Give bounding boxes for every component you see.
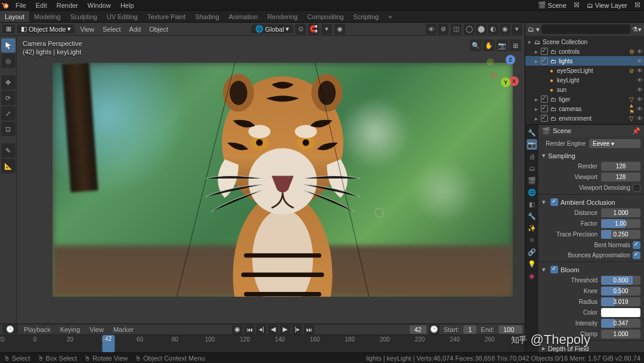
shading-render[interactable]: ◉ bbox=[500, 24, 510, 35]
tab-modeling[interactable]: Modeling bbox=[29, 11, 66, 22]
start-frame-field[interactable]: 1 bbox=[463, 325, 476, 334]
xray-toggle[interactable]: ◫ bbox=[451, 24, 462, 35]
collection-checkbox[interactable] bbox=[541, 96, 548, 103]
keyframe-prev-button[interactable]: ◂| bbox=[256, 325, 267, 334]
outliner-search-input[interactable] bbox=[541, 24, 630, 34]
tab-scripting[interactable]: Scripting bbox=[348, 11, 383, 22]
autokey-toggle[interactable]: ◉ bbox=[232, 325, 243, 334]
ao-factor-field[interactable]: 1.00 bbox=[601, 219, 640, 228]
tool-measure[interactable]: 📐 bbox=[1, 159, 16, 173]
tool-cursor[interactable]: ◎ bbox=[1, 54, 16, 68]
outliner-row[interactable]: ▸🗀tiger▽👁 bbox=[525, 94, 644, 104]
panel-dof[interactable]: ▸Depth of Field bbox=[542, 342, 640, 352]
eye-icon[interactable]: 👁 bbox=[636, 96, 644, 103]
orientation-dropdown[interactable]: 🌐 Global ▾ bbox=[252, 24, 293, 33]
tab-compositing[interactable]: Compositing bbox=[302, 11, 348, 22]
tl-menu-view[interactable]: View bbox=[86, 326, 107, 333]
outliner-row[interactable]: ▸🗀lights👁 bbox=[525, 56, 644, 66]
outliner-tree[interactable]: ▾🗂Scene Collection▸🗀controls⚙👁▸🗀lights👁●… bbox=[525, 36, 644, 124]
eye-icon[interactable]: 👁 bbox=[636, 115, 644, 122]
viewport-samples-field[interactable]: 128 bbox=[601, 173, 640, 182]
shading-wire[interactable]: ◯ bbox=[464, 24, 475, 35]
outliner-row[interactable]: ●sun👁 bbox=[525, 85, 644, 94]
prop-tab-material[interactable]: ◉ bbox=[527, 270, 537, 281]
prop-tab-viewlayer[interactable]: 🗂 bbox=[527, 163, 537, 174]
prop-tab-modifier[interactable]: 🔧 bbox=[527, 211, 537, 222]
viewlayer-new-button[interactable]: ☒ bbox=[631, 1, 644, 9]
scene-selector[interactable]: 🎬 Scene bbox=[534, 1, 570, 9]
shading-dropdown[interactable]: ▾ bbox=[512, 24, 522, 35]
ao-distance-field[interactable]: 1.000 bbox=[601, 208, 640, 217]
preview-range-toggle[interactable]: 🕑 bbox=[429, 325, 439, 334]
bloom-knee-field[interactable]: 0.500 bbox=[601, 287, 640, 296]
outliner-display-dropdown[interactable]: ▾ bbox=[536, 26, 540, 33]
tab-layout[interactable]: Layout bbox=[0, 11, 29, 22]
tl-menu-keying[interactable]: Keying bbox=[57, 326, 84, 333]
play-reverse-button[interactable]: ◀ bbox=[268, 325, 278, 334]
ao-enable-checkbox[interactable] bbox=[550, 198, 558, 206]
pan-button[interactable]: ✋ bbox=[483, 39, 495, 51]
camera-toggle-button[interactable]: 📷 bbox=[496, 39, 508, 51]
vh-menu-object[interactable]: Object bbox=[146, 26, 171, 33]
tab-animation[interactable]: Animation bbox=[224, 11, 263, 22]
prop-tab-data[interactable]: 💡 bbox=[527, 259, 537, 269]
perspective-toggle-button[interactable]: ⊞ bbox=[509, 39, 521, 51]
tab-uv-editing[interactable]: UV Editing bbox=[102, 11, 143, 22]
collection-checkbox[interactable] bbox=[541, 105, 548, 112]
prop-tab-tool[interactable]: 🔧 bbox=[527, 127, 537, 138]
axis-neg-x[interactable] bbox=[490, 72, 497, 79]
collection-checkbox[interactable] bbox=[541, 57, 548, 64]
tool-move[interactable]: ✥ bbox=[1, 75, 16, 90]
panel-ao[interactable]: ▾Ambient Occlusion bbox=[542, 196, 640, 207]
scene-new-button[interactable]: ☒ bbox=[570, 1, 583, 9]
outliner-type-icon[interactable]: 🗂 bbox=[528, 26, 534, 33]
outliner-row-root[interactable]: ▾🗂Scene Collection bbox=[525, 37, 644, 47]
collection-checkbox[interactable] bbox=[541, 48, 548, 55]
jump-start-button[interactable]: ⏮ bbox=[244, 325, 255, 334]
vh-menu-add[interactable]: Add bbox=[126, 26, 144, 33]
render-samples-field[interactable]: 128 bbox=[601, 162, 640, 171]
tool-rotate[interactable]: ⟳ bbox=[1, 91, 16, 105]
mode-dropdown[interactable]: ◧ Object Mode ▾ bbox=[17, 24, 75, 33]
shading-lookdev[interactable]: ◐ bbox=[488, 24, 499, 35]
panel-sampling[interactable]: ▾Sampling bbox=[542, 149, 640, 161]
bloom-radius-field[interactable]: 3.019 bbox=[601, 297, 640, 306]
current-frame-field[interactable]: 42 bbox=[410, 325, 426, 334]
proportional-edit-toggle[interactable]: ◉ bbox=[335, 24, 345, 35]
zoom-button[interactable]: 🔍 bbox=[470, 39, 482, 51]
menu-file[interactable]: File bbox=[11, 0, 31, 11]
pivot-dropdown[interactable]: ⊙ bbox=[295, 24, 306, 35]
outliner-row[interactable]: ▸🗀cameras▲ ⚑👁 bbox=[525, 104, 644, 113]
tab-add-workspace[interactable]: + bbox=[383, 11, 397, 22]
prop-tab-object[interactable]: ◧ bbox=[527, 199, 537, 210]
render-engine-dropdown[interactable]: Eevee ▾ bbox=[589, 139, 640, 148]
timeline-ruler[interactable]: 42 -200204060801001201401601802002202402… bbox=[0, 335, 525, 352]
shading-solid[interactable]: ⬤ bbox=[476, 24, 487, 35]
prop-tab-physics[interactable]: ⚛ bbox=[527, 235, 537, 245]
prop-tab-output[interactable]: 🖨 bbox=[527, 151, 537, 162]
outliner-row[interactable]: ●keyLight👁 bbox=[525, 75, 644, 85]
bent-normals-checkbox[interactable] bbox=[633, 241, 640, 249]
snap-dropdown[interactable]: ▾ bbox=[321, 24, 332, 35]
vh-menu-view[interactable]: View bbox=[77, 26, 97, 33]
eye-icon[interactable]: 👁 bbox=[636, 106, 644, 112]
outliner-row[interactable]: ▸🗀environment▽👁 bbox=[525, 113, 644, 123]
bounces-approx-checkbox[interactable] bbox=[633, 251, 640, 259]
axis-x[interactable]: X bbox=[509, 76, 519, 86]
axis-neg-y[interactable] bbox=[487, 59, 494, 66]
eye-icon[interactable]: 👁 bbox=[636, 58, 644, 64]
eye-icon[interactable]: 👁 bbox=[636, 48, 644, 55]
prop-tab-render[interactable]: 📷 bbox=[527, 139, 537, 150]
tl-menu-playback[interactable]: Playback bbox=[20, 326, 54, 333]
gizmo-visibility[interactable]: 👁 bbox=[426, 24, 436, 35]
tool-scale[interactable]: ⤢ bbox=[1, 106, 16, 121]
keyframe-next-button[interactable]: |▸ bbox=[292, 325, 302, 334]
snap-toggle[interactable]: 🧲 bbox=[308, 24, 319, 35]
prop-tab-constraint[interactable]: 🔗 bbox=[527, 247, 537, 257]
pin-icon[interactable]: 📌 bbox=[632, 127, 640, 135]
viewlayer-selector[interactable]: 🗂 View Layer bbox=[583, 2, 631, 9]
ao-trace-field[interactable]: 0.250 bbox=[601, 230, 640, 239]
jump-end-button[interactable]: ⏭ bbox=[304, 325, 314, 334]
tool-transform[interactable]: ⊡ bbox=[1, 122, 16, 136]
outliner-row[interactable]: ●eyeSpecLight⊘👁 bbox=[525, 66, 644, 75]
